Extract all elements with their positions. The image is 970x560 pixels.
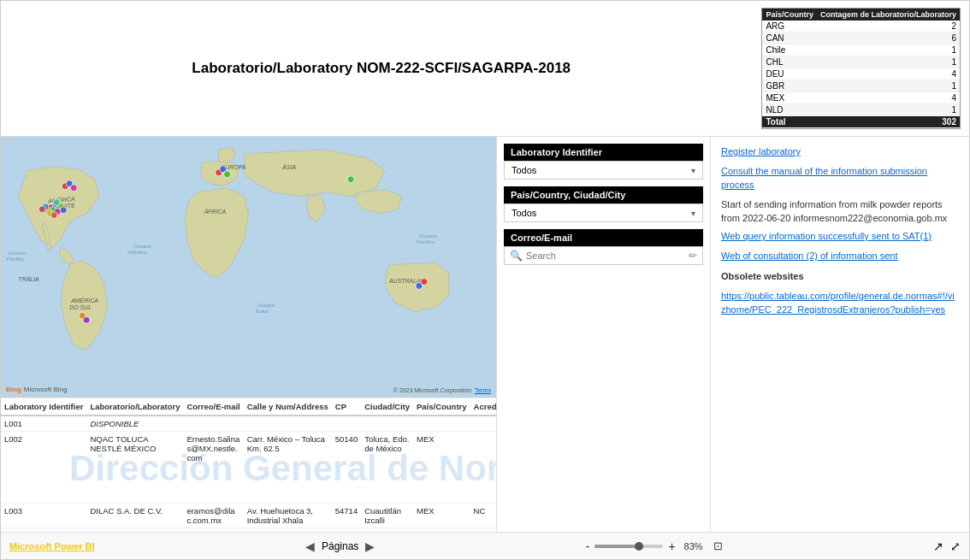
lab-name-cell: ESIANLAB SC	[86, 528, 183, 533]
count-cell: 1	[817, 56, 960, 68]
search-input[interactable]	[526, 251, 685, 261]
info-text: Start of sending information from milk p…	[721, 198, 959, 225]
svg-text:Índico: Índico	[255, 309, 269, 314]
country-table-row: Total 302	[762, 116, 960, 128]
lab-name-cell: DILAC S.A. DE C.V.	[86, 504, 183, 528]
svg-text:ÁSIA: ÁSIA	[281, 163, 296, 170]
zoom-control: - + 83% ⊡	[586, 539, 723, 553]
svg-point-29	[38, 206, 45, 213]
count-cell: 4	[817, 92, 960, 104]
svg-text:AMÉRICA: AMÉRICA	[70, 297, 98, 304]
pen-icon: ✏	[689, 250, 697, 262]
count-cell: 1	[817, 104, 960, 116]
table-row: L004 ESIANLAB SC administracion@esianlab…	[1, 528, 496, 533]
country-cell: Chile	[762, 44, 817, 56]
obsolete-link1[interactable]: https://public.tableau.com/profile/gener…	[721, 291, 955, 314]
email-cell	[183, 416, 243, 432]
left-panel: AMÉRICA DO NORTE AMÉRICA DO SUL ÁFRICA Á…	[1, 137, 497, 532]
powerbi-link[interactable]: Microsoft Power BI	[9, 541, 95, 551]
table-column-header: Ciudad/City	[361, 398, 413, 416]
svg-point-36	[70, 185, 77, 192]
bing-logo: Bing Microsoft Bing	[6, 386, 67, 393]
table-row: L001 DISPONIBLE	[1, 416, 496, 432]
content-area: AMÉRICA DO NORTE AMÉRICA DO SUL ÁFRICA Á…	[1, 137, 969, 532]
address-cell	[244, 416, 332, 432]
zoom-slider[interactable]	[594, 545, 663, 548]
country-cell: MEX	[413, 432, 470, 504]
svg-text:Atlântico: Atlântico	[127, 250, 148, 255]
country-col-header: País/Country	[762, 9, 817, 21]
next-page-button[interactable]: ▶	[365, 539, 375, 553]
count-cell: 6	[817, 32, 960, 44]
lab-identifier-value: Todos	[512, 165, 536, 175]
search-icon: 🔍	[510, 250, 523, 262]
address-cell: Av. Alemania 1220, Moderna	[244, 528, 332, 533]
count-col-header: Contagem de Laboratorio/Laboratory	[817, 9, 960, 21]
email-filter-label: Correo/E-mail	[504, 229, 703, 246]
country-count-table: País/Country Contagem de Laboratorio/Lab…	[761, 8, 961, 129]
country-cell	[413, 416, 470, 432]
table-column-header: Laboratory Identifier	[1, 398, 86, 416]
cp-cell: 54714	[332, 504, 361, 528]
country-table-row: CAN 6	[762, 32, 960, 44]
lab-identifier-filter: Laboratory Identifier Todos ▾	[504, 144, 703, 180]
zoom-minus-button[interactable]: -	[586, 539, 590, 553]
city-cell: Cuautitlán Izcalli	[361, 504, 413, 528]
country-filter-label: País/Country, Ciudad/City	[504, 186, 703, 203]
web-consult-link[interactable]: Web of consultation (2) of information s…	[721, 251, 897, 261]
table-column-header: País/Country	[413, 398, 470, 416]
country-table-row: MEX 4	[762, 92, 960, 104]
country-dropdown[interactable]: Todos ▾	[504, 203, 703, 222]
table-area[interactable]: Dirección General de Normas Laboratory I…	[1, 398, 496, 532]
country-cell: CHL	[762, 56, 817, 68]
count-cell: 4	[817, 68, 960, 80]
lab-name-cell: NQAC TOLUCA NESTLÉ MÉXICO	[86, 432, 183, 504]
city-cell	[361, 416, 413, 432]
filter-panel: Laboratory Identifier Todos ▾ País/Count…	[497, 137, 711, 532]
lab-id-cell: L002	[1, 432, 86, 504]
bottom-bar: Microsoft Power BI ◀ Páginas ▶ - + 83% ⊡…	[1, 532, 969, 559]
lab-id-cell: L003	[1, 504, 86, 528]
zoom-plus-button[interactable]: +	[668, 539, 675, 553]
country-table-row: CHL 1	[762, 56, 960, 68]
country-table-row: GBR 1	[762, 80, 960, 92]
search-box[interactable]: 🔍 ✏	[504, 246, 703, 265]
register-lab-link[interactable]: Register laboratory	[721, 146, 801, 156]
country-table-row: ARG 2	[762, 21, 960, 32]
svg-point-30	[53, 199, 60, 206]
prev-page-button[interactable]: ◀	[305, 539, 315, 553]
page-title: Laboratorio/Laboratory NOM-222-SCFI/SAGA…	[9, 60, 753, 77]
country-cell: CAN	[762, 32, 817, 44]
table-column-header: Calle y Num/Address	[244, 398, 332, 416]
address-cell: Carr. México – Toluca Km. 62.5	[244, 432, 332, 504]
svg-text:Pacífico: Pacífico	[6, 256, 25, 262]
email-filter: Correo/E-mail 🔍 ✏	[504, 229, 703, 265]
country-value: Todos	[512, 208, 536, 218]
lab-identifier-dropdown[interactable]: Todos ▾	[504, 161, 703, 180]
cp-cell: 50140	[332, 432, 361, 504]
svg-text:Oceano: Oceano	[133, 244, 152, 249]
fit-page-icon[interactable]: ⊡	[713, 539, 723, 552]
svg-text:ÁFRICA: ÁFRICA	[204, 208, 227, 215]
share-icon[interactable]: ↗	[933, 539, 943, 553]
lab-identifier-label: Laboratory Identifier	[504, 144, 703, 161]
count-cell: 1	[817, 80, 960, 92]
address-cell: Av. Huehuetoca 3, Industrial Xhala	[244, 504, 332, 528]
country-cell: MEX	[413, 504, 470, 528]
web-query-link[interactable]: Web query information successfully sent …	[721, 231, 932, 241]
count-cell: 2	[817, 21, 960, 32]
consult-manual-link[interactable]: Consult the manual of the information su…	[721, 166, 927, 189]
terms-link[interactable]: Terms	[475, 387, 491, 393]
cp-cell	[332, 416, 361, 432]
svg-point-40	[421, 278, 428, 285]
svg-text:Oceano: Oceano	[419, 233, 438, 239]
zoom-value: 83%	[684, 541, 703, 551]
country-cell: MEX	[762, 92, 817, 104]
svg-point-27	[50, 212, 57, 219]
svg-point-41	[347, 176, 354, 183]
svg-point-33	[224, 171, 231, 178]
country-cell: MEX	[413, 528, 470, 533]
country-table-row: Chile 1	[762, 44, 960, 56]
expand-icon[interactable]: ⤢	[950, 539, 961, 553]
table-column-header: Acreditation File	[470, 398, 496, 416]
